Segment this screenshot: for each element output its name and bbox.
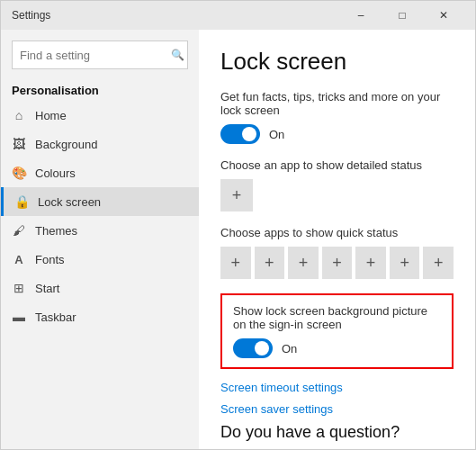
search-input[interactable]	[20, 49, 171, 62]
colours-icon: 🎨	[12, 166, 26, 180]
lockscreen-icon: 🔒	[14, 194, 29, 209]
quick-status-btn-4[interactable]: +	[322, 247, 353, 279]
question-section: Do you have a question? Get help	[220, 423, 454, 449]
quick-status-btn-6[interactable]: +	[390, 247, 420, 279]
screen-timeout-row: Screen timeout settings	[220, 380, 454, 394]
themes-icon: 🖌	[12, 223, 26, 238]
sidebar-item-taskbar[interactable]: ▬ Taskbar	[1, 302, 199, 331]
quick-status-btn-2[interactable]: +	[255, 247, 285, 279]
titlebar-controls: – □ ✕	[340, 1, 464, 30]
sidebar-item-label-start: Start	[35, 282, 59, 295]
get-help-row: Get help	[220, 447, 454, 449]
sidebar-item-label-background: Background	[35, 138, 97, 151]
quick-status-label: Choose apps to show quick status	[220, 226, 454, 239]
taskbar-icon: ▬	[12, 310, 26, 324]
sidebar-item-label-home: Home	[35, 109, 67, 122]
fun-facts-section: Get fun facts, tips, tricks and more on …	[220, 90, 454, 144]
fun-facts-toggle-label: On	[269, 128, 284, 141]
start-icon: ⊞	[12, 281, 26, 295]
sidebar-item-label-taskbar: Taskbar	[35, 310, 76, 324]
quick-status-btn-3[interactable]: +	[288, 247, 319, 279]
fonts-icon: A	[12, 252, 26, 266]
section-label: Personalisation	[1, 76, 199, 101]
sign-in-section: Show lock screen background picture on t…	[220, 293, 454, 369]
search-icon: 🔍	[171, 49, 184, 61]
fun-facts-toggle-row: On	[220, 124, 454, 144]
sidebar-item-label-lockscreen: Lock screen	[38, 195, 101, 209]
titlebar: Settings – □ ✕	[1, 1, 475, 30]
sign-in-toggle-label: On	[282, 342, 297, 356]
titlebar-title: Settings	[12, 9, 50, 22]
quick-status-btn-5[interactable]: +	[355, 247, 386, 279]
main-content: Lock screen Get fun facts, tips, tricks …	[199, 30, 475, 449]
minimize-button[interactable]: –	[340, 1, 382, 30]
quick-status-section: Choose apps to show quick status + + + +…	[220, 226, 454, 279]
sign-in-toggle-row: On	[233, 338, 441, 358]
quick-status-btn-7[interactable]: +	[423, 247, 454, 279]
sidebar-item-label-themes: Themes	[35, 224, 77, 238]
sign-in-toggle[interactable]	[233, 338, 273, 358]
background-icon: 🖼	[12, 137, 26, 151]
sidebar-item-fonts[interactable]: A Fonts	[1, 245, 199, 274]
screen-saver-link[interactable]: Screen saver settings	[220, 402, 333, 416]
app-status-label: Choose an app to show detailed status	[220, 158, 454, 172]
fun-facts-label: Get fun facts, tips, tricks and more on …	[220, 90, 454, 117]
close-button[interactable]: ✕	[423, 1, 464, 30]
sidebar-item-themes[interactable]: 🖌 Themes	[1, 216, 199, 245]
toggle-knob	[242, 127, 256, 141]
question-title: Do you have a question?	[220, 423, 454, 442]
sign-in-label: Show lock screen background picture on t…	[233, 304, 441, 331]
settings-window: Settings – □ ✕ 🔍 Personalisation ⌂ Home …	[0, 0, 476, 450]
search-box[interactable]: 🔍	[12, 40, 188, 69]
sidebar-item-label-colours: Colours	[35, 166, 76, 180]
content-area: 🔍 Personalisation ⌂ Home 🖼 Background 🎨 …	[1, 30, 475, 449]
add-app-button[interactable]: +	[220, 179, 253, 212]
home-icon: ⌂	[12, 108, 26, 122]
maximize-button[interactable]: □	[382, 1, 423, 30]
app-status-section: Choose an app to show detailed status +	[220, 158, 454, 212]
sidebar-item-lockscreen[interactable]: 🔒 Lock screen	[1, 187, 199, 216]
sidebar-item-background[interactable]: 🖼 Background	[1, 130, 199, 158]
sidebar: 🔍 Personalisation ⌂ Home 🖼 Background 🎨 …	[1, 30, 199, 449]
screen-timeout-link[interactable]: Screen timeout settings	[220, 381, 343, 394]
fun-facts-toggle[interactable]	[220, 124, 260, 144]
sidebar-item-start[interactable]: ⊞ Start	[1, 274, 199, 302]
quick-status-row: + + + + + + +	[220, 247, 454, 279]
sidebar-item-home[interactable]: ⌂ Home	[1, 101, 199, 130]
sign-in-toggle-knob	[255, 341, 269, 356]
quick-status-btn-1[interactable]: +	[220, 247, 251, 279]
sidebar-item-label-fonts: Fonts	[35, 253, 65, 266]
sidebar-item-colours[interactable]: 🎨 Colours	[1, 158, 199, 187]
screen-saver-row: Screen saver settings	[220, 401, 454, 416]
get-help-link[interactable]: Get help	[220, 448, 265, 449]
page-title: Lock screen	[220, 48, 454, 76]
